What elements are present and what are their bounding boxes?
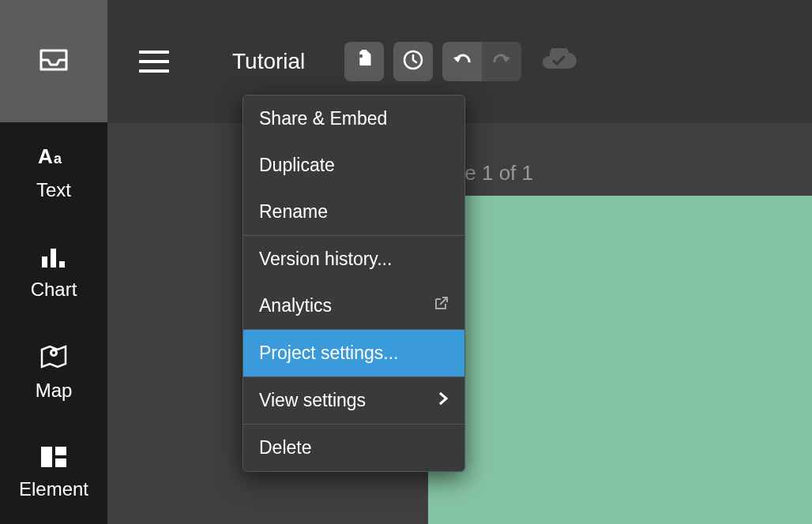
- undo-icon: [452, 53, 472, 70]
- sidebar-item-label: Chart: [31, 279, 77, 301]
- undo-button[interactable]: [442, 42, 482, 81]
- tag-icon: [354, 50, 374, 73]
- sidebar-item-element[interactable]: Element: [0, 424, 107, 524]
- menu-item-label: Project settings...: [259, 342, 398, 364]
- menu-item-label: Version history...: [259, 249, 392, 270]
- menu-item-label: Share & Embed: [259, 108, 387, 129]
- main-area: Tutorial: [107, 0, 812, 524]
- svg-rect-9: [55, 458, 66, 467]
- chevron-right-icon: [438, 390, 449, 411]
- sidebar-item-chart[interactable]: Chart: [0, 223, 107, 323]
- svg-rect-4: [59, 261, 65, 268]
- cloud-saved-icon: [540, 48, 577, 75]
- svg-rect-7: [41, 447, 52, 467]
- text-icon: A a: [38, 144, 70, 171]
- menu-item-label: Analytics: [259, 295, 332, 316]
- menu-item-duplicate[interactable]: Duplicate: [243, 142, 464, 189]
- menu-item-label: Rename: [259, 201, 328, 223]
- hamburger-icon: [139, 51, 169, 54]
- clock-icon: [403, 50, 423, 73]
- menu-item-version-history[interactable]: Version history...: [243, 236, 464, 283]
- menu-item-delete[interactable]: Delete: [243, 425, 464, 471]
- svg-rect-2: [42, 256, 47, 268]
- svg-text:A: A: [38, 144, 53, 168]
- page-indicator: Page 1 of 1: [428, 161, 812, 185]
- menu-item-project-settings[interactable]: Project settings...: [243, 330, 464, 376]
- menu-item-label: Duplicate: [259, 155, 335, 176]
- tag-button[interactable]: [344, 42, 384, 81]
- menu-item-label: Delete: [259, 437, 311, 458]
- toolbar-actions: [344, 42, 577, 81]
- svg-rect-8: [55, 447, 66, 455]
- menu-item-analytics[interactable]: Analytics: [243, 283, 464, 329]
- element-icon: [41, 447, 66, 470]
- sidebar-item-label: Map: [36, 380, 73, 402]
- sidebar-home-button[interactable]: [0, 0, 107, 122]
- chart-icon: [42, 245, 66, 271]
- svg-point-10: [359, 54, 363, 58]
- menu-button[interactable]: [139, 43, 177, 80]
- menu-item-label: View settings: [259, 390, 366, 411]
- sidebar-item-map[interactable]: Map: [0, 324, 107, 424]
- redo-button[interactable]: [482, 42, 521, 81]
- file-dropdown-menu: Share & Embed Duplicate Rename Version h…: [242, 95, 465, 472]
- sidebar-item-label: Element: [19, 478, 88, 500]
- sidebar-item-text[interactable]: A a Text: [0, 122, 107, 223]
- external-link-icon: [433, 295, 449, 316]
- page-canvas[interactable]: [428, 196, 812, 524]
- menu-item-view-settings[interactable]: View settings: [243, 377, 464, 424]
- svg-text:a: a: [54, 151, 62, 167]
- menu-item-rename[interactable]: Rename: [243, 189, 464, 235]
- menu-item-share-embed[interactable]: Share & Embed: [243, 95, 464, 142]
- map-icon: [40, 345, 67, 372]
- sidebar-item-label: Text: [36, 179, 71, 201]
- svg-point-6: [52, 351, 55, 354]
- svg-rect-3: [51, 249, 56, 268]
- redo-icon: [491, 53, 512, 70]
- document-title[interactable]: Tutorial: [232, 49, 305, 74]
- inbox-icon: [39, 49, 68, 74]
- history-button[interactable]: [393, 42, 433, 81]
- left-sidebar: A a Text Chart Map: [0, 0, 107, 524]
